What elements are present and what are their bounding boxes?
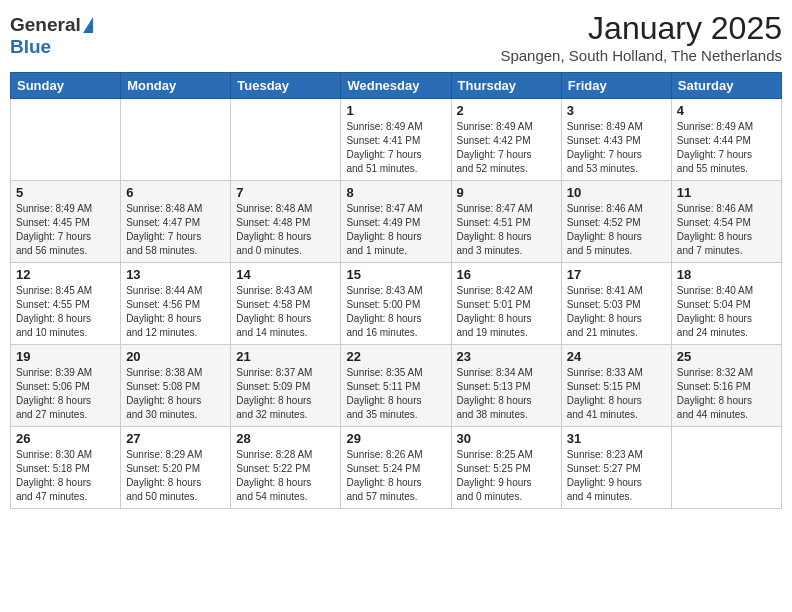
day-info: Sunrise: 8:41 AM Sunset: 5:03 PM Dayligh… bbox=[567, 284, 666, 340]
day-number: 6 bbox=[126, 185, 225, 200]
logo: General Blue bbox=[10, 10, 93, 58]
calendar-week-5: 26Sunrise: 8:30 AM Sunset: 5:18 PM Dayli… bbox=[11, 427, 782, 509]
day-number: 27 bbox=[126, 431, 225, 446]
calendar-cell: 2Sunrise: 8:49 AM Sunset: 4:42 PM Daylig… bbox=[451, 99, 561, 181]
day-info: Sunrise: 8:28 AM Sunset: 5:22 PM Dayligh… bbox=[236, 448, 335, 504]
day-info: Sunrise: 8:26 AM Sunset: 5:24 PM Dayligh… bbox=[346, 448, 445, 504]
day-number: 19 bbox=[16, 349, 115, 364]
calendar-cell: 28Sunrise: 8:28 AM Sunset: 5:22 PM Dayli… bbox=[231, 427, 341, 509]
calendar-cell: 8Sunrise: 8:47 AM Sunset: 4:49 PM Daylig… bbox=[341, 181, 451, 263]
calendar-cell: 5Sunrise: 8:49 AM Sunset: 4:45 PM Daylig… bbox=[11, 181, 121, 263]
day-number: 16 bbox=[457, 267, 556, 282]
day-number: 13 bbox=[126, 267, 225, 282]
day-number: 24 bbox=[567, 349, 666, 364]
day-number: 1 bbox=[346, 103, 445, 118]
weekday-header-sunday: Sunday bbox=[11, 73, 121, 99]
day-number: 14 bbox=[236, 267, 335, 282]
day-info: Sunrise: 8:47 AM Sunset: 4:49 PM Dayligh… bbox=[346, 202, 445, 258]
logo-blue-text: Blue bbox=[10, 36, 51, 58]
calendar-cell: 26Sunrise: 8:30 AM Sunset: 5:18 PM Dayli… bbox=[11, 427, 121, 509]
day-info: Sunrise: 8:39 AM Sunset: 5:06 PM Dayligh… bbox=[16, 366, 115, 422]
calendar-week-1: 1Sunrise: 8:49 AM Sunset: 4:41 PM Daylig… bbox=[11, 99, 782, 181]
calendar-cell: 19Sunrise: 8:39 AM Sunset: 5:06 PM Dayli… bbox=[11, 345, 121, 427]
day-number: 25 bbox=[677, 349, 776, 364]
page-header: General Blue January 2025 Spangen, South… bbox=[10, 10, 782, 64]
day-info: Sunrise: 8:43 AM Sunset: 5:00 PM Dayligh… bbox=[346, 284, 445, 340]
day-number: 7 bbox=[236, 185, 335, 200]
calendar-week-3: 12Sunrise: 8:45 AM Sunset: 4:55 PM Dayli… bbox=[11, 263, 782, 345]
day-number: 3 bbox=[567, 103, 666, 118]
day-info: Sunrise: 8:23 AM Sunset: 5:27 PM Dayligh… bbox=[567, 448, 666, 504]
day-number: 5 bbox=[16, 185, 115, 200]
day-number: 30 bbox=[457, 431, 556, 446]
day-number: 15 bbox=[346, 267, 445, 282]
calendar-cell: 15Sunrise: 8:43 AM Sunset: 5:00 PM Dayli… bbox=[341, 263, 451, 345]
calendar-cell: 10Sunrise: 8:46 AM Sunset: 4:52 PM Dayli… bbox=[561, 181, 671, 263]
day-info: Sunrise: 8:42 AM Sunset: 5:01 PM Dayligh… bbox=[457, 284, 556, 340]
calendar-cell: 3Sunrise: 8:49 AM Sunset: 4:43 PM Daylig… bbox=[561, 99, 671, 181]
calendar-table: SundayMondayTuesdayWednesdayThursdayFrid… bbox=[10, 72, 782, 509]
day-number: 20 bbox=[126, 349, 225, 364]
day-number: 21 bbox=[236, 349, 335, 364]
logo-triangle-icon bbox=[83, 17, 93, 33]
day-info: Sunrise: 8:32 AM Sunset: 5:16 PM Dayligh… bbox=[677, 366, 776, 422]
weekday-header-wednesday: Wednesday bbox=[341, 73, 451, 99]
day-number: 8 bbox=[346, 185, 445, 200]
calendar-cell: 11Sunrise: 8:46 AM Sunset: 4:54 PM Dayli… bbox=[671, 181, 781, 263]
day-info: Sunrise: 8:47 AM Sunset: 4:51 PM Dayligh… bbox=[457, 202, 556, 258]
calendar-cell: 14Sunrise: 8:43 AM Sunset: 4:58 PM Dayli… bbox=[231, 263, 341, 345]
calendar-cell: 27Sunrise: 8:29 AM Sunset: 5:20 PM Dayli… bbox=[121, 427, 231, 509]
calendar-cell: 25Sunrise: 8:32 AM Sunset: 5:16 PM Dayli… bbox=[671, 345, 781, 427]
calendar-cell: 30Sunrise: 8:25 AM Sunset: 5:25 PM Dayli… bbox=[451, 427, 561, 509]
day-info: Sunrise: 8:40 AM Sunset: 5:04 PM Dayligh… bbox=[677, 284, 776, 340]
day-info: Sunrise: 8:45 AM Sunset: 4:55 PM Dayligh… bbox=[16, 284, 115, 340]
weekday-header-tuesday: Tuesday bbox=[231, 73, 341, 99]
title-block: January 2025 Spangen, South Holland, The… bbox=[500, 10, 782, 64]
location-title: Spangen, South Holland, The Netherlands bbox=[500, 47, 782, 64]
calendar-cell: 22Sunrise: 8:35 AM Sunset: 5:11 PM Dayli… bbox=[341, 345, 451, 427]
calendar-cell bbox=[231, 99, 341, 181]
calendar-week-2: 5Sunrise: 8:49 AM Sunset: 4:45 PM Daylig… bbox=[11, 181, 782, 263]
day-number: 17 bbox=[567, 267, 666, 282]
calendar-cell: 23Sunrise: 8:34 AM Sunset: 5:13 PM Dayli… bbox=[451, 345, 561, 427]
day-info: Sunrise: 8:35 AM Sunset: 5:11 PM Dayligh… bbox=[346, 366, 445, 422]
day-info: Sunrise: 8:29 AM Sunset: 5:20 PM Dayligh… bbox=[126, 448, 225, 504]
day-number: 31 bbox=[567, 431, 666, 446]
day-info: Sunrise: 8:44 AM Sunset: 4:56 PM Dayligh… bbox=[126, 284, 225, 340]
day-number: 22 bbox=[346, 349, 445, 364]
calendar-cell: 24Sunrise: 8:33 AM Sunset: 5:15 PM Dayli… bbox=[561, 345, 671, 427]
day-number: 23 bbox=[457, 349, 556, 364]
day-info: Sunrise: 8:48 AM Sunset: 4:48 PM Dayligh… bbox=[236, 202, 335, 258]
calendar-cell bbox=[11, 99, 121, 181]
day-info: Sunrise: 8:25 AM Sunset: 5:25 PM Dayligh… bbox=[457, 448, 556, 504]
day-info: Sunrise: 8:46 AM Sunset: 4:54 PM Dayligh… bbox=[677, 202, 776, 258]
day-number: 9 bbox=[457, 185, 556, 200]
day-number: 18 bbox=[677, 267, 776, 282]
calendar-cell: 20Sunrise: 8:38 AM Sunset: 5:08 PM Dayli… bbox=[121, 345, 231, 427]
day-info: Sunrise: 8:37 AM Sunset: 5:09 PM Dayligh… bbox=[236, 366, 335, 422]
day-info: Sunrise: 8:30 AM Sunset: 5:18 PM Dayligh… bbox=[16, 448, 115, 504]
day-number: 2 bbox=[457, 103, 556, 118]
day-number: 4 bbox=[677, 103, 776, 118]
day-number: 12 bbox=[16, 267, 115, 282]
weekday-header-monday: Monday bbox=[121, 73, 231, 99]
weekday-header-friday: Friday bbox=[561, 73, 671, 99]
calendar-cell: 9Sunrise: 8:47 AM Sunset: 4:51 PM Daylig… bbox=[451, 181, 561, 263]
calendar-cell: 31Sunrise: 8:23 AM Sunset: 5:27 PM Dayli… bbox=[561, 427, 671, 509]
day-number: 10 bbox=[567, 185, 666, 200]
calendar-cell: 13Sunrise: 8:44 AM Sunset: 4:56 PM Dayli… bbox=[121, 263, 231, 345]
calendar-cell: 6Sunrise: 8:48 AM Sunset: 4:47 PM Daylig… bbox=[121, 181, 231, 263]
logo-general-text: General bbox=[10, 14, 81, 36]
calendar-cell: 4Sunrise: 8:49 AM Sunset: 4:44 PM Daylig… bbox=[671, 99, 781, 181]
weekday-header-thursday: Thursday bbox=[451, 73, 561, 99]
day-number: 11 bbox=[677, 185, 776, 200]
calendar-cell: 1Sunrise: 8:49 AM Sunset: 4:41 PM Daylig… bbox=[341, 99, 451, 181]
day-number: 26 bbox=[16, 431, 115, 446]
day-info: Sunrise: 8:34 AM Sunset: 5:13 PM Dayligh… bbox=[457, 366, 556, 422]
calendar-cell: 16Sunrise: 8:42 AM Sunset: 5:01 PM Dayli… bbox=[451, 263, 561, 345]
day-info: Sunrise: 8:49 AM Sunset: 4:43 PM Dayligh… bbox=[567, 120, 666, 176]
day-info: Sunrise: 8:33 AM Sunset: 5:15 PM Dayligh… bbox=[567, 366, 666, 422]
day-number: 28 bbox=[236, 431, 335, 446]
calendar-cell: 29Sunrise: 8:26 AM Sunset: 5:24 PM Dayli… bbox=[341, 427, 451, 509]
calendar-cell: 18Sunrise: 8:40 AM Sunset: 5:04 PM Dayli… bbox=[671, 263, 781, 345]
